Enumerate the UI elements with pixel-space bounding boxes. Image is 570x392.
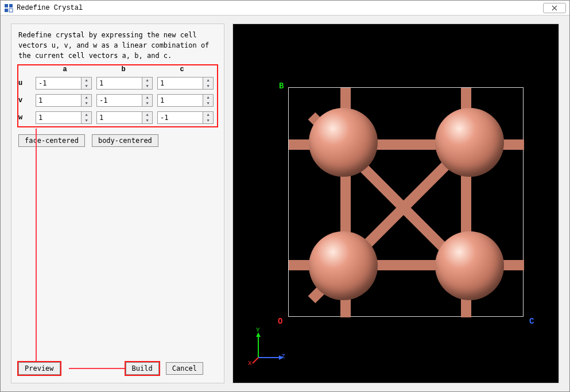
spinner-down-icon[interactable]: ▼ bbox=[82, 100, 91, 106]
spinner-up-icon[interactable]: ▲ bbox=[203, 95, 213, 100]
title-bar: Redefine Crystal bbox=[1, 1, 569, 15]
v-a-stepper[interactable]: ▲▼ bbox=[82, 94, 92, 107]
svg-rect-3 bbox=[9, 9, 13, 12]
coord-label-z: Z bbox=[281, 353, 285, 360]
row-label-u: u bbox=[18, 79, 36, 87]
app-icon bbox=[4, 3, 13, 13]
spinner-down-icon[interactable]: ▼ bbox=[203, 100, 213, 106]
row-label-v: v bbox=[18, 96, 36, 104]
col-header-c: c bbox=[153, 65, 211, 73]
matrix-row-w: w ▲▼ ▲▼ ▲▼ bbox=[18, 110, 217, 125]
coordinate-axes-gizmo: Y Z X bbox=[251, 330, 286, 364]
matrix-row-u: u ▲▼ ▲▼ ▲▼ bbox=[18, 76, 217, 91]
spinner-down-icon[interactable]: ▼ bbox=[82, 83, 91, 89]
w-b-stepper[interactable]: ▲▼ bbox=[142, 111, 153, 124]
matrix-row-v: v ▲▼ ▲▼ ▲▼ bbox=[18, 93, 217, 108]
spinner-up-icon[interactable]: ▲ bbox=[82, 77, 91, 83]
w-c-input[interactable] bbox=[157, 111, 203, 124]
u-c-stepper[interactable]: ▲▼ bbox=[203, 77, 214, 90]
col-header-a: a bbox=[36, 65, 94, 73]
axis-label-origin: O bbox=[278, 317, 282, 326]
w-c-stepper[interactable]: ▲▼ bbox=[203, 111, 214, 124]
atom bbox=[435, 108, 504, 177]
spinner-down-icon[interactable]: ▼ bbox=[203, 118, 213, 123]
description-text: Redefine crystal by expressing the new c… bbox=[18, 30, 218, 61]
face-centered-button[interactable]: face-centered bbox=[18, 134, 85, 147]
svg-line-6 bbox=[253, 358, 258, 363]
spinner-down-icon[interactable]: ▼ bbox=[203, 83, 213, 89]
spinner-up-icon[interactable]: ▲ bbox=[203, 112, 213, 118]
row-label-w: w bbox=[18, 114, 36, 122]
build-button[interactable]: Build bbox=[126, 362, 159, 375]
unit-cell-outline bbox=[288, 87, 524, 317]
spinner-down-icon[interactable]: ▼ bbox=[142, 83, 152, 89]
redefine-crystal-dialog: Redefine Crystal Redefine crystal by exp… bbox=[0, 0, 570, 392]
spinner-up-icon[interactable]: ▲ bbox=[142, 95, 152, 100]
v-b-input[interactable] bbox=[96, 94, 142, 107]
atom bbox=[309, 108, 378, 177]
transformation-matrix: a b c u ▲▼ ▲▼ ▲▼ v ▲▼ ▲▼ ▲▼ w bbox=[18, 65, 217, 125]
u-c-input[interactable] bbox=[157, 77, 203, 90]
cancel-button[interactable]: Cancel bbox=[166, 362, 203, 375]
crystal-viewer[interactable]: B C O Y Z X bbox=[232, 24, 559, 383]
spinner-up-icon[interactable]: ▲ bbox=[203, 77, 213, 83]
v-c-input[interactable] bbox=[157, 94, 203, 107]
crystal-scene: B C O Y Z X bbox=[239, 30, 553, 377]
w-a-input[interactable] bbox=[36, 111, 82, 124]
spinner-up-icon[interactable]: ▲ bbox=[82, 95, 91, 100]
axis-label-c: C bbox=[529, 317, 534, 326]
parameters-panel: Redefine crystal by expressing the new c… bbox=[11, 24, 224, 383]
u-b-stepper[interactable]: ▲▼ bbox=[142, 77, 153, 90]
v-a-input[interactable] bbox=[36, 94, 82, 107]
close-icon bbox=[551, 5, 558, 11]
annotation-arrow-down bbox=[36, 129, 37, 370]
coord-label-y: Y bbox=[256, 327, 260, 333]
svg-rect-0 bbox=[5, 4, 8, 7]
svg-rect-1 bbox=[9, 4, 13, 7]
spinner-up-icon[interactable]: ▲ bbox=[142, 112, 152, 118]
body-centered-button[interactable]: body-centered bbox=[92, 134, 158, 147]
w-a-stepper[interactable]: ▲▼ bbox=[82, 111, 92, 124]
w-b-input[interactable] bbox=[96, 111, 142, 124]
spinner-down-icon[interactable]: ▼ bbox=[142, 100, 152, 106]
spinner-up-icon[interactable]: ▲ bbox=[82, 112, 91, 118]
u-b-input[interactable] bbox=[96, 77, 142, 90]
u-a-stepper[interactable]: ▲▼ bbox=[82, 77, 92, 90]
spinner-down-icon[interactable]: ▼ bbox=[82, 118, 91, 123]
col-header-b: b bbox=[94, 65, 153, 73]
spinner-down-icon[interactable]: ▼ bbox=[142, 118, 152, 123]
atom bbox=[309, 231, 378, 300]
v-c-stepper[interactable]: ▲▼ bbox=[203, 94, 214, 107]
svg-rect-2 bbox=[5, 9, 8, 12]
coord-label-x: X bbox=[248, 360, 252, 367]
spinner-up-icon[interactable]: ▲ bbox=[142, 77, 152, 83]
preview-button[interactable]: Preview bbox=[18, 362, 60, 375]
v-b-stepper[interactable]: ▲▼ bbox=[142, 94, 153, 107]
window-title: Redefine Crystal bbox=[17, 4, 543, 12]
close-button[interactable] bbox=[543, 3, 566, 13]
u-a-input[interactable] bbox=[36, 77, 82, 90]
axis-label-b: B bbox=[279, 81, 284, 91]
matrix-column-headers: a b c bbox=[18, 65, 217, 73]
atom bbox=[435, 231, 504, 300]
